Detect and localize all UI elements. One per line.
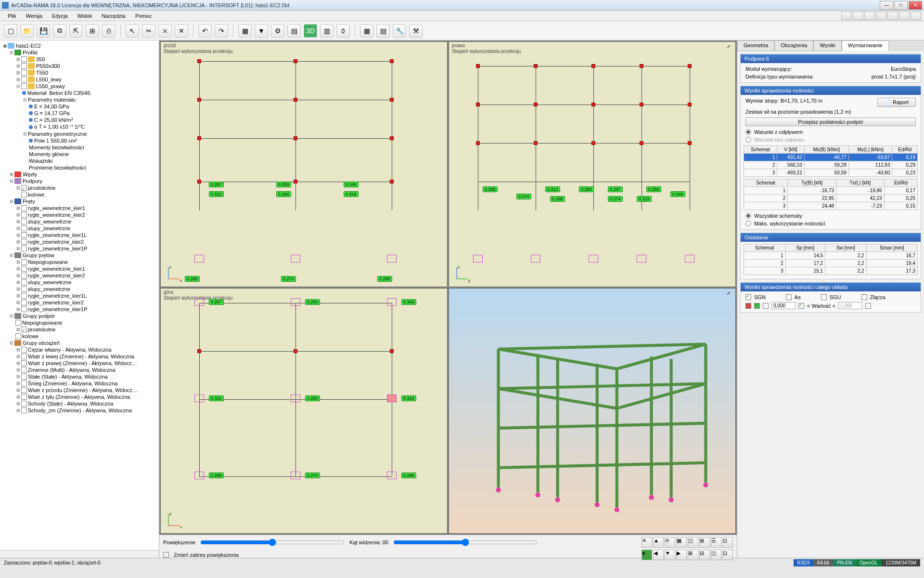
tree-param[interactable]: α T = 1,00 x10⁻⁵ 1/°C (2, 123, 157, 131)
tree-item[interactable]: Niepogrupowane (2, 319, 157, 326)
diagram-icon[interactable]: ⧮ (336, 24, 350, 38)
aux-button-6[interactable] (899, 12, 910, 20)
raport-button[interactable]: 📄 Raport (877, 98, 916, 107)
nav-button[interactable]: ◫ (688, 537, 698, 548)
tree-item[interactable]: ⊞Wiatr z lewej (Zmienne) - Aktywna, Wido… (2, 353, 157, 360)
nav-button[interactable]: ▦ (676, 537, 687, 548)
value-mid-checkbox[interactable] (798, 303, 804, 309)
tree-item[interactable]: ⊞rygle_zewnetrzne_kier1L (2, 232, 157, 238)
settings-icon[interactable]: ⚒ (409, 24, 423, 38)
tree-item[interactable]: kolowe (2, 333, 157, 340)
tree-item[interactable]: ⊞slupy_wewnetrzne (2, 218, 157, 225)
tree-item[interactable]: ⊞Wiatr z przodu (Zmienne) - Aktywna, Wid… (2, 387, 157, 394)
tree-item[interactable]: ⊞prostokotne (2, 184, 157, 191)
aux-button-4[interactable] (876, 12, 886, 20)
nav-button[interactable]: ▼ (665, 550, 675, 560)
tree-item[interactable]: ⊞slupy_wewnetrzne (2, 279, 157, 286)
redo-icon[interactable]: ↷ (215, 24, 228, 38)
menu-edycja[interactable]: Edycja (47, 12, 73, 20)
chk-zlacza[interactable] (861, 294, 867, 300)
nav-button[interactable]: ⟳ (665, 537, 675, 548)
menu-wersja[interactable]: Wersja (21, 12, 47, 20)
nav-button[interactable]: ▲ (653, 537, 664, 548)
przepisz-button[interactable]: Przepisz podatności podpór (745, 118, 916, 126)
tree-item[interactable]: ⊞Śnieg (Zmienne) - Aktywna, Widoczna (2, 380, 157, 387)
tree-item[interactable]: ⊞rygle_wewnetrzne_kier1 (2, 265, 157, 272)
menu-widok[interactable]: Widok (73, 12, 97, 20)
value-min-checkbox[interactable] (763, 303, 769, 309)
nav-button[interactable]: ◫ (711, 550, 721, 560)
tree-section[interactable]: ⊞350 (2, 56, 157, 63)
table-icon[interactable]: ▤ (287, 24, 301, 38)
tree-item[interactable]: ⊞Ciężar własny - Aktywna, Widoczna (2, 346, 157, 353)
filter-icon[interactable]: ▼ (255, 24, 268, 38)
cut-icon[interactable]: ✂ (142, 24, 155, 38)
tree-item[interactable]: ⊞rygle_zewnetrzne_kier2 (2, 238, 157, 245)
nav-button[interactable]: ◀ (653, 550, 664, 560)
zoom-range-checkbox[interactable] (163, 552, 169, 558)
tree-podpory[interactable]: ⊟Podpory (2, 178, 157, 184)
saveall-icon[interactable]: ⧉ (53, 24, 66, 38)
view3d-icon[interactable]: 3D (304, 24, 317, 38)
nosnosc-table-1[interactable]: SchematV [kN]Mx(B) [kNm]My(L) [kNm]Ed/Rd… (744, 145, 918, 177)
tree-section[interactable]: ⊟L550_prawy (2, 83, 157, 90)
viewport-top[interactable]: góra Stopień wykorzystania przekroju 0.2… (160, 288, 448, 534)
menu-pomoc[interactable]: Pomoc (130, 12, 156, 20)
tree-param[interactable]: E = 34,00 GPa (2, 103, 157, 110)
aux-button-1[interactable] (841, 12, 852, 20)
calc-icon[interactable]: ⚙ (271, 24, 284, 38)
tree-param[interactable]: C = 25,00 kN/m³ (2, 117, 157, 123)
tree-param[interactable]: G = 14,17 GPa (2, 110, 157, 117)
value-max-checkbox[interactable] (865, 303, 871, 309)
tab-wymiarowanie[interactable]: Wymiarowanie (842, 40, 889, 51)
nav-button[interactable]: ⊡ (722, 537, 733, 548)
new-icon[interactable]: ▢ (4, 24, 17, 38)
value-min-input[interactable] (771, 302, 796, 309)
nav-button[interactable]: ⊞ (688, 550, 698, 560)
viewport-right[interactable]: prawo Stopień wykorzystania przekroju ⤢ (449, 41, 736, 287)
calc2-icon[interactable]: ▦ (360, 24, 373, 38)
chk-as[interactable] (786, 294, 792, 300)
undo-icon[interactable]: ↶ (198, 24, 212, 38)
expand-icon[interactable]: ⤢ (727, 290, 733, 297)
tree-item[interactable]: ⊞slupy_zewnetrzne (2, 286, 157, 292)
tree-section[interactable]: ⊞T550 (2, 69, 157, 76)
value-max-input[interactable] (838, 302, 862, 309)
tree-item[interactable]: ⊞rygle_zewnetrzne_kier1P (2, 306, 157, 313)
tree-item[interactable]: ⊞slupy_zewnetrzne (2, 225, 157, 232)
delete-icon[interactable]: ✕ (175, 24, 188, 38)
radio-all-schemes[interactable] (745, 213, 751, 219)
tab-wyniki[interactable]: Wyniki (813, 40, 841, 51)
color-chk-green[interactable] (754, 303, 760, 309)
radio-odplyw[interactable] (745, 129, 751, 135)
nav-button[interactable]: ⊡ (722, 550, 733, 560)
export-icon[interactable]: ⇱ (69, 24, 83, 38)
maximize-button[interactable]: □ (894, 1, 908, 10)
chk-sgu[interactable] (821, 294, 827, 300)
tree-grupy-obc[interactable]: ⊟Grupy obciążeń (2, 340, 157, 346)
tree-item[interactable]: ⊞rygle_wewnetrzne_kier2 (2, 272, 157, 279)
close-button[interactable]: ✕ (909, 1, 922, 10)
open-icon[interactable]: 📁 (20, 24, 34, 38)
tree-mat-params[interactable]: ⊟Parametry materiału (2, 96, 157, 103)
list-icon[interactable]: ▤ (376, 24, 390, 38)
angle-slider[interactable] (393, 539, 538, 546)
tree-param[interactable]: Pole 1 550,00 cm² (2, 137, 157, 144)
tree-material[interactable]: Materiał: Beton EN C35/45 (2, 90, 157, 96)
tree-param[interactable]: Wskaźniki (2, 158, 157, 164)
tree-item[interactable]: ⊞Schody_zm (Zmienne) - Aktywna, Widoczna (2, 407, 157, 414)
nav-button[interactable]: ⊞ (699, 537, 710, 548)
nav-button[interactable]: ✕ (642, 537, 652, 548)
tree-section[interactable]: ⊞L550_lewy (2, 76, 157, 83)
nav-button[interactable]: ● (642, 550, 652, 560)
grid-icon[interactable]: ▦ (238, 24, 252, 38)
nosnosc-table-2[interactable]: SchematTy(B) [kN]Tx(L) [kN]Ed/Rd 1-16,73… (744, 179, 918, 210)
tree-geom-params[interactable]: ⊟Parametry geometryczne (2, 131, 157, 137)
tree-scrollbar[interactable] (0, 550, 159, 558)
menu-plik[interactable]: Plik (3, 12, 21, 20)
tree-profile[interactable]: ⊟Profile (2, 49, 157, 56)
tree-item[interactable]: ⊞rygle_zewnetrzne_kier1P (2, 245, 157, 252)
cursor-icon[interactable]: ↖ (126, 24, 139, 38)
tree-grupy-pretow[interactable]: ⊟Grupy prętów (2, 252, 157, 259)
tree-param[interactable]: Momenty główne (2, 151, 157, 158)
